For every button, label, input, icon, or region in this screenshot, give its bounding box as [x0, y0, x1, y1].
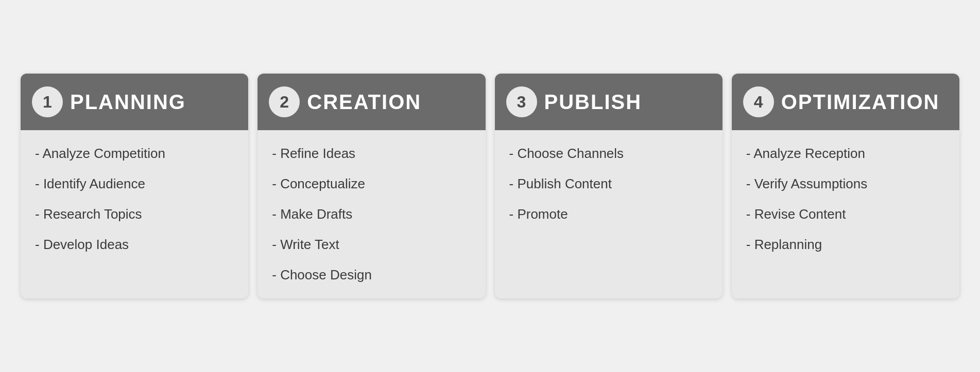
- card-header-publish: 3PUBLISH: [495, 74, 723, 130]
- main-container: 1PLANNING- Analyze Competition- Identify…: [10, 63, 970, 309]
- card-header-planning: 1PLANNING: [21, 74, 248, 130]
- list-item-creation-4: - Choose Design: [272, 267, 471, 283]
- step-number-creation: 2: [269, 86, 300, 117]
- step-number-planning: 1: [32, 86, 63, 117]
- card-title-publish: PUBLISH: [544, 91, 642, 114]
- step-number-publish: 3: [506, 86, 537, 117]
- card-header-creation: 2CREATION: [257, 74, 485, 130]
- list-item-planning-3: - Develop Ideas: [35, 237, 234, 253]
- card-creation: 2CREATION- Refine Ideas- Conceptualize- …: [257, 74, 485, 298]
- card-header-optimization: 4OPTIMIZATION: [732, 74, 959, 130]
- list-item-planning-0: - Analyze Competition: [35, 146, 234, 162]
- card-title-planning: PLANNING: [70, 91, 186, 114]
- step-number-optimization: 4: [743, 86, 774, 117]
- list-item-optimization-1: - Verify Assumptions: [746, 176, 945, 192]
- card-optimization: 4OPTIMIZATION- Analyze Reception- Verify…: [732, 74, 959, 298]
- list-item-optimization-2: - Revise Content: [746, 206, 945, 222]
- list-item-creation-2: - Make Drafts: [272, 206, 471, 222]
- card-body-planning: - Analyze Competition- Identify Audience…: [21, 130, 248, 268]
- card-title-creation: CREATION: [307, 91, 421, 114]
- list-item-planning-2: - Research Topics: [35, 206, 234, 222]
- card-body-optimization: - Analyze Reception- Verify Assumptions-…: [732, 130, 959, 268]
- card-planning: 1PLANNING- Analyze Competition- Identify…: [21, 74, 248, 298]
- card-publish: 3PUBLISH- Choose Channels- Publish Conte…: [495, 74, 723, 298]
- list-item-creation-0: - Refine Ideas: [272, 146, 471, 162]
- list-item-optimization-0: - Analyze Reception: [746, 146, 945, 162]
- card-body-publish: - Choose Channels- Publish Content- Prom…: [495, 130, 723, 238]
- card-body-creation: - Refine Ideas- Conceptualize- Make Draf…: [257, 130, 485, 298]
- list-item-publish-0: - Choose Channels: [509, 146, 708, 162]
- list-item-publish-2: - Promote: [509, 206, 708, 222]
- list-item-planning-1: - Identify Audience: [35, 176, 234, 192]
- card-title-optimization: OPTIMIZATION: [781, 91, 940, 114]
- list-item-creation-3: - Write Text: [272, 237, 471, 253]
- list-item-optimization-3: - Replanning: [746, 237, 945, 253]
- list-item-publish-1: - Publish Content: [509, 176, 708, 192]
- list-item-creation-1: - Conceptualize: [272, 176, 471, 192]
